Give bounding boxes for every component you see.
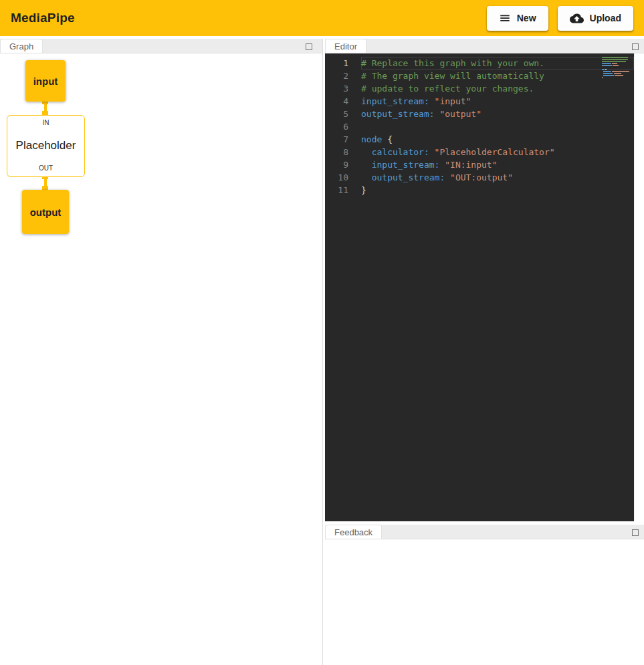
feedback-tab-strip: Feedback	[325, 525, 644, 539]
maximize-icon	[632, 43, 639, 50]
line-number: 5	[325, 108, 348, 120]
code-line[interactable]: input_stream: "input"	[361, 95, 634, 108]
code-lines[interactable]: # Replace this graph with your own.# The…	[357, 57, 634, 521]
line-number: 8	[325, 146, 348, 158]
feedback-panel: Feedback	[325, 525, 644, 665]
node-label: Placeholder	[16, 139, 76, 152]
code-line[interactable]: node {	[361, 133, 634, 146]
code-line[interactable]: # The graph view will automatically	[361, 70, 634, 82]
tab-graph[interactable]: Graph	[0, 39, 43, 53]
graph-canvas[interactable]: input IN Placeholder OUT output	[0, 53, 322, 665]
editor-panel: Editor 1234567891011 # Replace this grap…	[325, 39, 644, 521]
editor-scrollbar[interactable]	[634, 53, 644, 521]
code-line[interactable]: # Replace this graph with your own.	[361, 57, 634, 70]
cloud-upload-icon	[570, 11, 584, 25]
new-button[interactable]: New	[487, 6, 548, 31]
app-title: MediaPipe	[11, 11, 75, 25]
node-label: input	[33, 76, 58, 87]
line-number: 4	[325, 95, 348, 108]
in-port-label: IN	[43, 119, 49, 126]
tab-feedback[interactable]: Feedback	[325, 525, 382, 539]
line-numbers: 1234567891011	[325, 57, 357, 521]
app-root: MediaPipe New Upload Graph	[0, 0, 644, 665]
maximize-icon	[632, 529, 639, 536]
new-button-label: New	[517, 13, 536, 23]
line-number: 6	[325, 120, 348, 133]
line-number: 9	[325, 158, 348, 171]
code-line[interactable]: output_stream: "OUT:output"	[361, 171, 634, 184]
upload-button-label: Upload	[590, 13, 621, 23]
line-number: 1	[325, 57, 348, 70]
line-number: 3	[325, 82, 348, 95]
graph-node-input[interactable]: input	[25, 60, 66, 102]
graph-node-output[interactable]: output	[22, 190, 69, 234]
code-line[interactable]: }	[361, 184, 634, 196]
app-header: MediaPipe New Upload	[0, 0, 644, 36]
node-label: output	[30, 207, 62, 218]
maximize-icon	[306, 43, 312, 50]
graph-tab-strip: Graph	[0, 39, 322, 53]
header-actions: New Upload	[487, 6, 633, 31]
code-editor[interactable]: 1234567891011 # Replace this graph with …	[325, 53, 634, 521]
line-number: 7	[325, 133, 348, 146]
menu-icon	[499, 12, 511, 24]
code-line[interactable]: output_stream: "output"	[361, 108, 634, 120]
code-line[interactable]: input_stream: "IN:input"	[361, 158, 634, 171]
code-line[interactable]	[361, 120, 634, 133]
feedback-content	[325, 539, 644, 665]
graph-panel: Graph input IN Placeholder OUT output	[0, 39, 323, 665]
code-line[interactable]: calculator: "PlaceholderCalculator"	[361, 146, 634, 158]
editor-tab-strip: Editor	[325, 39, 644, 53]
code-line[interactable]: # update to reflect your changes.	[361, 82, 634, 95]
upload-button[interactable]: Upload	[558, 6, 633, 31]
graph-node-placeholder[interactable]: IN Placeholder OUT	[7, 115, 85, 177]
out-port-label: OUT	[39, 164, 53, 172]
line-number: 11	[325, 184, 348, 196]
tab-editor[interactable]: Editor	[325, 39, 366, 53]
editor-maximize-button[interactable]	[632, 42, 641, 51]
line-number: 2	[325, 70, 348, 82]
feedback-maximize-button[interactable]	[632, 528, 641, 537]
editor-minimap[interactable]	[602, 57, 631, 79]
graph-maximize-button[interactable]	[306, 42, 314, 51]
line-number: 10	[325, 171, 348, 184]
